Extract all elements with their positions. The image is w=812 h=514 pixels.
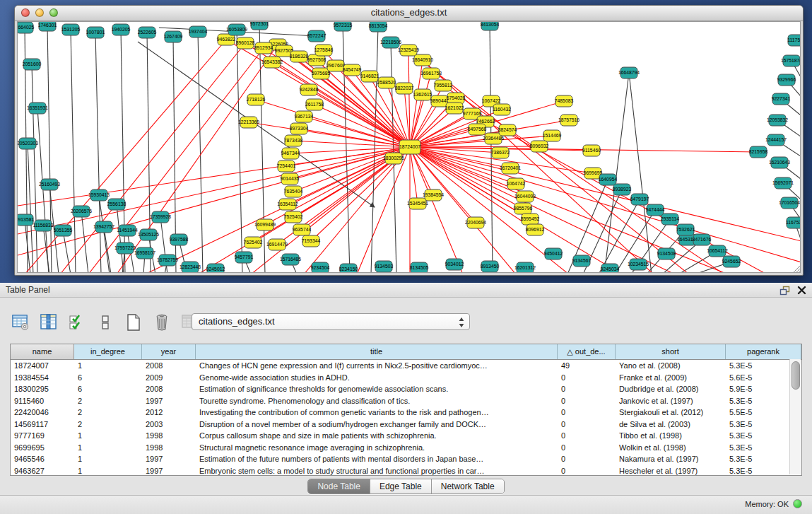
graph-node[interactable]: 9245034 [601,264,620,273]
graph-node[interactable]: 6479197 [630,194,649,205]
graph-node[interactable]: 9034012 [445,259,464,270]
table-row[interactable]: 946362711997Embryonic stem cells: a mode… [11,465,801,476]
graph-node[interactable]: 1621022 [445,103,464,114]
graph-node[interactable]: 16053809 [226,24,247,35]
graph-node[interactable]: 9234504 [311,262,330,273]
graph-node[interactable]: 7532621 [676,224,695,235]
graph-node[interactable]: 1940205 [112,24,131,35]
graph-node[interactable]: 2588520 [377,77,396,88]
graph-node[interactable]: 8134505 [410,262,429,273]
graph-node[interactable]: 1664025 [18,22,34,33]
table-row[interactable]: 1938455462009Genome-wide association stu… [11,372,801,384]
graph-node[interactable]: 9572301 [250,22,269,30]
graph-node[interactable]: 8215958 [749,146,768,158]
graph-node[interactable]: 16201312 [514,262,536,273]
graph-node[interactable]: 9572315 [334,22,353,31]
graph-node[interactable]: 10654112 [707,245,728,257]
graph-node[interactable]: 1640954 [599,174,618,185]
graph-node[interactable]: 1362615 [413,89,433,100]
table-row[interactable]: 969969511998Structural magnetic resonanc… [11,442,801,454]
graph-node[interactable]: 12325419 [398,45,419,56]
table-row[interactable]: 946554611997Estimation of the future num… [11,453,801,465]
graph-node[interactable]: 18757516 [558,115,579,126]
close-panel-icon[interactable] [797,286,806,295]
graph-node[interactable]: 9397588 [170,234,189,245]
graph-node[interactable]: 9227341 [772,93,791,105]
graph-node[interactable]: 8096912 [526,224,545,235]
graph-node[interactable]: 16351931 [27,103,48,114]
column-header-name[interactable]: name [11,344,74,359]
graph-node[interactable]: 8960128 [236,37,255,49]
tab-network-table[interactable]: Network Table [432,479,504,493]
graph-node[interactable]: 15345451 [407,198,428,209]
float-panel-icon[interactable] [779,286,790,296]
graph-node[interactable]: 8234150 [339,264,358,273]
graph-node[interactable]: 9855796 [514,203,533,214]
graph-node[interactable]: 9146821 [360,71,379,82]
graph-node[interactable]: 1007801 [86,27,105,38]
graph-node[interactable]: 9457791 [235,252,254,263]
graph-node[interactable]: 8413054 [481,22,500,30]
graph-node[interactable]: 16210643 [769,157,790,168]
graph-node[interactable]: 9014435 [281,173,300,185]
graph-node[interactable]: 15751874 [781,55,801,66]
table-row[interactable]: 911546021997Tourette syndrome. Phenomeno… [11,395,801,407]
graph-node[interactable]: 17359928 [150,211,171,223]
graph-node[interactable]: 16543382 [261,57,283,68]
graph-node[interactable]: 10234515 [628,259,649,270]
graph-node[interactable]: 7386372 [491,147,510,158]
graph-node[interactable]: 17957223 [114,243,136,254]
graph-node[interactable]: 13505125 [138,229,159,240]
graph-node[interactable]: 5051355 [54,225,73,236]
graph-node[interactable]: 12093832 [767,115,788,126]
graph-node[interactable]: 12823448 [180,262,201,273]
graph-node[interactable]: 16961758 [420,68,442,79]
graph-node[interactable]: 16354112 [277,199,298,210]
graph-node[interactable]: 6497568 [468,124,487,135]
graph-node[interactable]: 7525402 [284,211,303,223]
graph-node[interactable]: 2611758 [305,99,324,110]
graph-node[interactable]: 9134567 [572,255,592,267]
graph-node[interactable]: 1531205 [61,24,81,35]
graph-node[interactable]: 9467344 [281,148,300,159]
graph-node[interactable]: 9474444 [646,204,665,216]
graph-node[interactable]: 8454749 [343,64,362,76]
graph-node[interactable]: 3824574 [498,124,517,136]
graph-node[interactable]: 25160493 [39,179,60,190]
graph-node[interactable]: 16958107 [134,247,155,259]
column-header-year[interactable]: year [142,344,196,359]
graph-node[interactable]: 8595492 [521,214,540,225]
column-header-short[interactable]: short [616,344,726,359]
graph-node[interactable]: 15930413 [88,189,110,201]
column-header-out_degree[interactable]: △ out_de... [558,344,616,359]
graph-node[interactable]: 9367134 [295,111,314,122]
graph-node[interactable]: 2935114 [661,214,679,225]
tab-node-table[interactable]: Node Table [308,479,370,493]
graph-node[interactable]: 2051600 [23,59,42,70]
row-height-icon[interactable] [95,312,116,333]
graph-node[interactable]: 7873438 [284,135,303,146]
graph-node[interactable]: 3913581 [18,214,34,226]
table-row[interactable]: 2242004622012Investigating the contribut… [11,407,801,419]
graph-node[interactable]: 16099489 [254,219,276,230]
graph-node[interactable]: 2522605 [138,27,157,38]
show-columns-icon[interactable] [38,312,59,333]
graph-node[interactable]: 12213369 [238,117,259,128]
graph-node[interactable]: 1275846 [314,45,334,56]
graph-node[interactable]: 15692071 [772,177,794,189]
window-titlebar[interactable]: citations_edges.txt [15,6,803,21]
scrollbar-thumb[interactable] [792,361,800,390]
graph-node[interactable]: 8096932 [530,141,549,152]
graph-node[interactable]: 15716485 [280,254,301,265]
graph-node[interactable]: 11451944 [117,225,138,236]
graph-node[interactable]: 11156833 [33,220,53,231]
graph-node[interactable]: 8186328 [290,51,309,62]
column-header-in_degree[interactable]: in_degree [74,344,142,359]
graph-node[interactable]: 20206576 [71,206,92,217]
graph-node[interactable]: 8572247 [307,30,326,42]
new-column-icon[interactable] [123,312,144,333]
graph-node[interactable]: 2718126 [247,94,266,105]
graph-node[interactable]: 12444157 [765,134,787,146]
graph-node[interactable]: 7485083 [555,95,574,107]
table-selector-dropdown[interactable]: citations_edges.txt [192,313,470,330]
